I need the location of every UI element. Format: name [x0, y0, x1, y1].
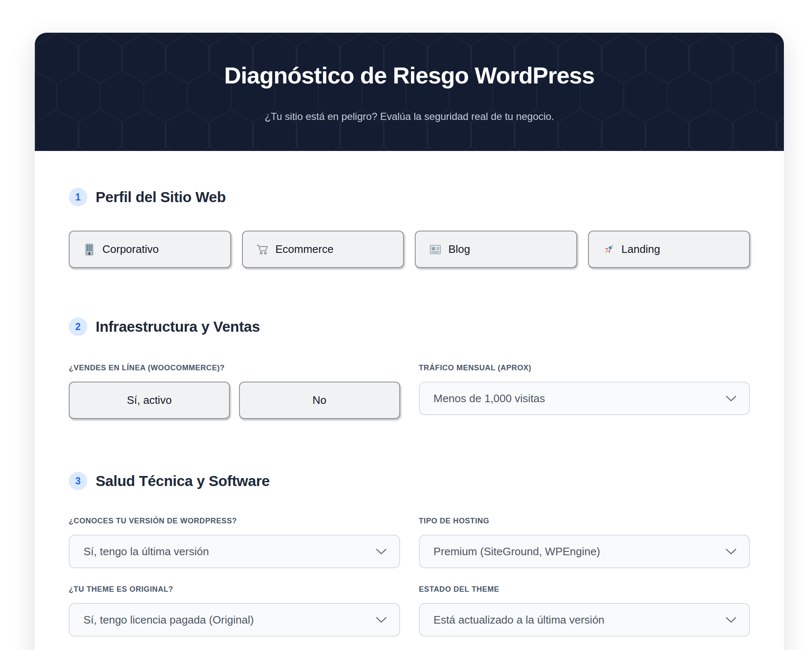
- section-1-title: Perfil del Sitio Web: [96, 189, 226, 205]
- traffic-label: TRÁFICO MENSUAL (APROX): [419, 364, 750, 372]
- theme-status-select[interactable]: Está actualizado a la última versión: [419, 603, 750, 637]
- traffic-field: TRÁFICO MENSUAL (APROX) Menos de 1,000 v…: [419, 364, 750, 415]
- section-3-number-badge: 3: [69, 472, 87, 490]
- profile-option-landing[interactable]: Landing: [588, 231, 750, 268]
- hosting-type-select-value: Premium (SiteGround, WPEngine): [434, 545, 600, 558]
- woocommerce-field: ¿VENDES EN LÍNEA (WOOCOMMERCE)? Sí, acti…: [69, 364, 400, 419]
- cart-icon: [256, 243, 269, 256]
- chevron-down-icon: [726, 395, 737, 402]
- theme-original-select[interactable]: Sí, tengo licencia pagada (Original): [69, 603, 400, 637]
- profile-option-corporativo[interactable]: Corporativo: [69, 231, 231, 268]
- chevron-down-icon: [376, 617, 387, 623]
- technical-health-fields: ¿CONOCES TU VERSIÓN DE WORDPRESS? Sí, te…: [69, 517, 750, 637]
- profile-option-label: Corporativo: [102, 243, 159, 256]
- wp-version-select-value: Sí, tengo la última versión: [83, 545, 209, 558]
- infrastructure-fields: ¿VENDES EN LÍNEA (WOOCOMMERCE)? Sí, acti…: [69, 364, 750, 419]
- theme-status-select-value: Está actualizado a la última versión: [434, 614, 605, 627]
- page-title: Diagnóstico de Riesgo WordPress: [35, 33, 784, 89]
- profile-option-ecommerce[interactable]: Ecommerce: [242, 231, 404, 268]
- rocket-icon: [602, 243, 615, 256]
- section-3-title: Salud Técnica y Software: [96, 473, 270, 489]
- section-2-title: Infraestructura y Ventas: [96, 318, 260, 335]
- wp-version-label: ¿CONOCES TU VERSIÓN DE WORDPRESS?: [69, 517, 400, 525]
- theme-status-label: ESTADO DEL THEME: [419, 585, 750, 594]
- chevron-down-icon: [726, 617, 737, 623]
- woocommerce-yes-button[interactable]: Sí, activo: [69, 382, 230, 419]
- traffic-select-value: Menos de 1,000 visitas: [434, 392, 545, 405]
- building-icon: [83, 243, 96, 256]
- chevron-down-icon: [376, 549, 387, 555]
- traffic-select[interactable]: Menos de 1,000 visitas: [419, 382, 750, 415]
- section-2-heading: 2 Infraestructura y Ventas: [69, 317, 750, 336]
- woocommerce-no-button[interactable]: No: [239, 382, 400, 419]
- wp-version-field: ¿CONOCES TU VERSIÓN DE WORDPRESS? Sí, te…: [69, 517, 400, 568]
- diagnostic-card: Diagnóstico de Riesgo WordPress ¿Tu siti…: [35, 33, 784, 650]
- section-1-heading: 1 Perfil del Sitio Web: [69, 188, 750, 206]
- hosting-type-select[interactable]: Premium (SiteGround, WPEngine): [419, 535, 750, 568]
- chevron-down-icon: [726, 549, 737, 555]
- theme-original-label: ¿TU THEME ES ORIGINAL?: [69, 585, 400, 594]
- wp-version-select[interactable]: Sí, tengo la última versión: [69, 535, 400, 568]
- profile-option-label: Landing: [622, 243, 661, 256]
- theme-original-select-value: Sí, tengo licencia pagada (Original): [83, 614, 254, 627]
- hosting-type-label: TIPO DE HOSTING: [419, 517, 750, 525]
- section-2-number-badge: 2: [69, 317, 87, 336]
- hosting-type-field: TIPO DE HOSTING Premium (SiteGround, WPE…: [419, 517, 750, 568]
- section-3-heading: 3 Salud Técnica y Software: [69, 472, 750, 490]
- header-banner: Diagnóstico de Riesgo WordPress ¿Tu siti…: [35, 33, 784, 151]
- profile-option-label: Ecommerce: [276, 243, 334, 256]
- theme-status-field: ESTADO DEL THEME Está actualizado a la ú…: [419, 585, 750, 637]
- woocommerce-label: ¿VENDES EN LÍNEA (WOOCOMMERCE)?: [69, 364, 400, 372]
- profile-option-blog[interactable]: Blog: [415, 231, 577, 268]
- profile-option-label: Blog: [448, 243, 470, 256]
- form-content: 1 Perfil del Sitio Web Corpo: [35, 188, 784, 637]
- theme-original-field: ¿TU THEME ES ORIGINAL? Sí, tengo licenci…: [69, 585, 400, 637]
- site-profile-options: Corporativo Ecommerce: [69, 231, 750, 268]
- page-subtitle: ¿Tu sitio está en peligro? Evalúa la seg…: [35, 110, 784, 123]
- woocommerce-options: Sí, activo No: [69, 382, 400, 419]
- newspaper-icon: [429, 243, 442, 256]
- section-1-number-badge: 1: [69, 188, 87, 206]
